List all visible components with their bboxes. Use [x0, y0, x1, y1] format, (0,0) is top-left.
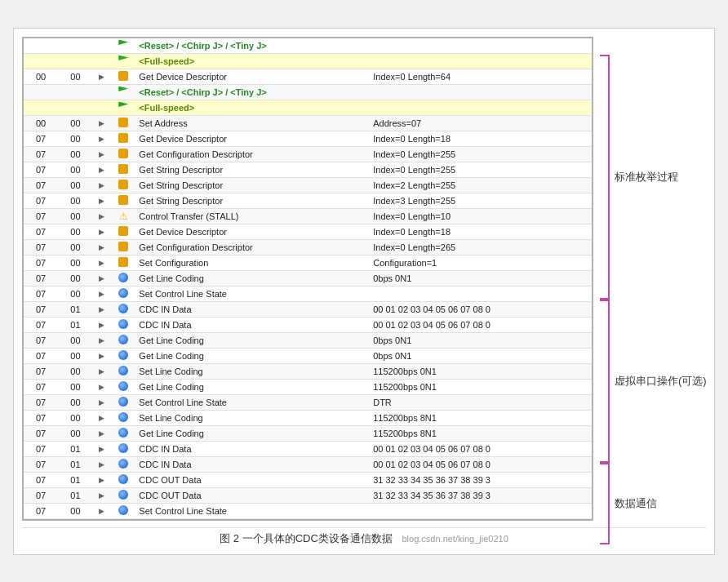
- cell-arrow: ▶: [93, 348, 112, 363]
- cell-arrow: ▶: [93, 286, 112, 301]
- cell-transfer-value: 115200bps 0N1: [370, 379, 592, 394]
- orange-box-icon: [118, 133, 128, 143]
- green-flag-icon: [118, 56, 128, 65]
- cell-num2: 00: [58, 162, 92, 177]
- cell-transfer-name: <Full-speed>: [135, 53, 370, 69]
- cell-icon: [111, 146, 135, 162]
- cell-num1: 07: [24, 379, 58, 394]
- annotations-panel: 标准枚举过程虚拟串口操作(可选)数据通信: [600, 37, 706, 521]
- cell-icon: [111, 177, 135, 193]
- cell-num2: 00: [58, 332, 92, 348]
- cell-transfer-name: <Full-speed>: [135, 100, 370, 115]
- cell-arrow: ▶: [93, 487, 112, 503]
- blue-circle-icon: [118, 319, 128, 329]
- annotation-bracket: [600, 55, 610, 300]
- cell-num2: 00: [58, 69, 92, 84]
- cell-icon: [111, 425, 135, 441]
- cell-num2: 00: [58, 224, 92, 239]
- cell-transfer-name: Get Line Coding: [135, 348, 370, 363]
- cell-transfer-value: [370, 53, 592, 69]
- cell-transfer-name: CDC OUT Data: [135, 472, 370, 487]
- cell-arrow: ▶: [93, 363, 112, 379]
- cell-icon: [111, 487, 135, 503]
- cell-num2: 01: [58, 441, 92, 456]
- cell-num1: 07: [24, 177, 58, 193]
- cell-num2: 00: [58, 239, 92, 255]
- cell-num1: 00: [24, 69, 58, 84]
- cell-num1: [24, 84, 58, 100]
- cell-transfer-name: Set Control Line State: [135, 394, 370, 410]
- blue-circle-icon: [118, 381, 128, 391]
- cell-transfer-value: [370, 100, 592, 115]
- cell-icon: [111, 317, 135, 332]
- cell-arrow: ▶: [93, 301, 112, 317]
- cell-transfer-value: DTR: [370, 394, 592, 410]
- cell-transfer-name: Get Device Descriptor: [135, 131, 370, 146]
- annotation-bracket: [600, 463, 610, 544]
- cell-num2: 00: [58, 286, 92, 301]
- cell-transfer-name: Set Configuration: [135, 255, 370, 270]
- cell-icon: ⚠: [111, 208, 135, 224]
- cell-num1: 00: [24, 115, 58, 131]
- cell-num1: 07: [24, 332, 58, 348]
- cell-arrow: ▶: [93, 162, 112, 177]
- cell-transfer-value: 115200bps 8N1: [370, 425, 592, 441]
- blue-circle-icon: [118, 459, 128, 469]
- cell-transfer-value: 00 01 02 03 04 05 06 07 08 0: [370, 456, 592, 472]
- cell-num2: 01: [58, 317, 92, 332]
- cell-transfer-value: Configuration=1: [370, 255, 592, 270]
- cell-icon: [111, 379, 135, 394]
- cell-transfer-value: [370, 38, 592, 54]
- blue-circle-icon: [118, 443, 128, 453]
- cell-transfer-name: Get String Descriptor: [135, 193, 370, 208]
- cell-num1: 07: [24, 410, 58, 425]
- orange-box-icon: [118, 226, 128, 236]
- cell-num1: 07: [24, 286, 58, 301]
- blue-circle-icon: [118, 428, 128, 438]
- cell-num2: [58, 38, 92, 54]
- cell-num1: 07: [24, 363, 58, 379]
- cell-arrow: ▶: [93, 270, 112, 286]
- cell-icon: [111, 270, 135, 286]
- cell-transfer-name: Set Line Coding: [135, 363, 370, 379]
- cell-num1: [24, 53, 58, 69]
- cell-num1: 07: [24, 394, 58, 410]
- cell-num2: [58, 100, 92, 115]
- annotation-item-0: 标准枚举过程: [600, 55, 678, 300]
- cell-icon: [111, 503, 135, 518]
- cell-num2: 00: [58, 363, 92, 379]
- cell-num2: 01: [58, 487, 92, 503]
- cell-transfer-value: Index=3 Length=255: [370, 193, 592, 208]
- cell-transfer-name: Get Device Descriptor: [135, 69, 370, 84]
- blue-circle-icon: [118, 335, 128, 344]
- content-layout: <Reset> / <Chirp J> / <Tiny J><Full-spee…: [22, 37, 706, 521]
- cell-arrow: ▶: [93, 394, 112, 410]
- cell-icon: [111, 131, 135, 146]
- cell-arrow: [93, 53, 112, 69]
- cell-transfer-value: Index=2 Length=255: [370, 177, 592, 193]
- cell-icon: [111, 456, 135, 472]
- cell-transfer-value: Index=0 Length=10: [370, 208, 592, 224]
- cell-num2: 00: [58, 379, 92, 394]
- cell-transfer-value: 31 32 33 34 35 36 37 38 39 3: [370, 487, 592, 503]
- cell-transfer-name: Get Line Coding: [135, 270, 370, 286]
- cell-num1: 07: [24, 472, 58, 487]
- blue-circle-icon: [118, 288, 128, 298]
- cell-icon: [111, 286, 135, 301]
- green-flag-icon: [118, 102, 128, 112]
- cell-transfer-name: Set Control Line State: [135, 286, 370, 301]
- orange-box-icon: [118, 257, 128, 267]
- cell-num2: 01: [58, 301, 92, 317]
- usb-data-table: <Reset> / <Chirp J> / <Tiny J><Full-spee…: [24, 38, 592, 519]
- blue-circle-icon: [118, 273, 128, 282]
- cell-arrow: ▶: [93, 131, 112, 146]
- cell-arrow: ▶: [93, 177, 112, 193]
- green-flag-icon: [118, 87, 128, 96]
- cell-num2: 00: [58, 270, 92, 286]
- cell-transfer-value: Index=0 Length=18: [370, 224, 592, 239]
- orange-box-icon: [118, 149, 128, 158]
- annotation-label-2: 数据通信: [615, 496, 657, 511]
- cell-transfer-name: Get Line Coding: [135, 332, 370, 348]
- cell-num1: 07: [24, 456, 58, 472]
- cell-transfer-name: CDC OUT Data: [135, 487, 370, 503]
